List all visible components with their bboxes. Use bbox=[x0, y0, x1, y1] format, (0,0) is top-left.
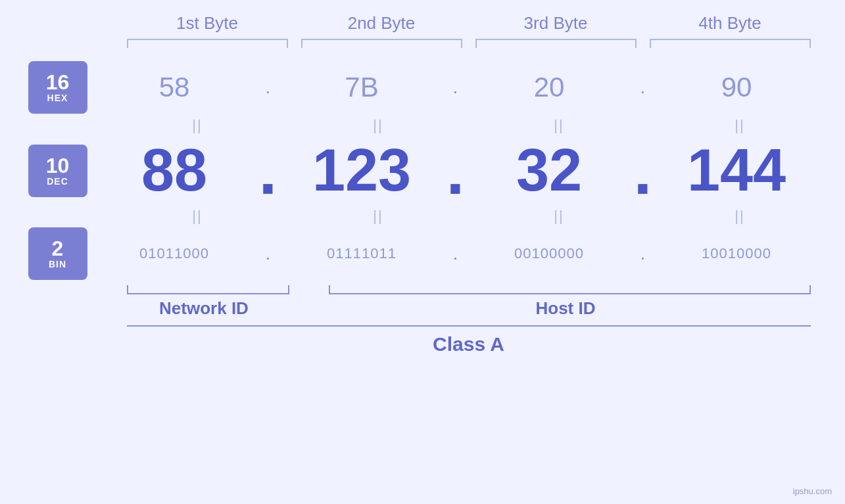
dec-dot2: . bbox=[443, 141, 469, 200]
equals-row-2: || || || || bbox=[28, 204, 817, 227]
top-bracket-row bbox=[28, 39, 817, 48]
bracket-byte3 bbox=[475, 39, 637, 48]
bin-values-row: 01011000 . 01111011 . 00100000 . 1001000… bbox=[94, 243, 817, 264]
hex-dot2: . bbox=[443, 77, 469, 98]
eq1-1: || bbox=[120, 117, 275, 134]
bottom-bracket-container bbox=[28, 285, 817, 294]
bin-dot1: . bbox=[255, 243, 281, 264]
hex-byte4: 90 bbox=[656, 72, 817, 103]
hex-val1: 58 bbox=[159, 72, 190, 103]
eq2-4: || bbox=[663, 208, 817, 225]
dec-row: 10 DEC 88 . 123 . 32 . 144 bbox=[28, 137, 817, 204]
bin-val1: 01011000 bbox=[139, 245, 209, 262]
hex-badge-number: 16 bbox=[46, 72, 70, 93]
bin-val3: 00100000 bbox=[514, 245, 584, 262]
bin-byte1: 01011000 bbox=[94, 245, 255, 262]
bin-dot3: . bbox=[630, 243, 656, 264]
eq2-3: || bbox=[482, 208, 637, 225]
network-host-labels: Network ID Host ID bbox=[28, 298, 817, 319]
hex-dot1: . bbox=[255, 77, 281, 98]
byte1-header: 1st Byte bbox=[120, 13, 295, 39]
bracket-byte2 bbox=[301, 39, 462, 48]
dec-badge-number: 10 bbox=[46, 155, 70, 176]
hex-val3: 20 bbox=[534, 72, 565, 103]
dec-badge: 10 DEC bbox=[28, 145, 87, 197]
bin-dot2: . bbox=[443, 243, 469, 264]
dec-byte4: 144 bbox=[656, 137, 817, 204]
hex-row: 16 HEX 58 . 7B . 20 . 90 bbox=[28, 61, 817, 114]
eq2-1: || bbox=[120, 208, 275, 225]
eq1-2: || bbox=[301, 117, 456, 134]
bin-badge-number: 2 bbox=[52, 238, 64, 259]
hex-dot3: . bbox=[630, 77, 656, 98]
bin-badge-label: BIN bbox=[49, 259, 66, 269]
main-container: 1st Byte 2nd Byte 3rd Byte 4th Byte 16 H… bbox=[28, 13, 817, 355]
hex-byte1: 58 bbox=[94, 72, 255, 103]
dec-byte2: 123 bbox=[281, 137, 443, 204]
class-container: Class A bbox=[28, 325, 817, 355]
network-id-label: Network ID bbox=[120, 298, 288, 319]
byte-headers: 1st Byte 2nd Byte 3rd Byte 4th Byte bbox=[28, 13, 817, 39]
hex-badge-label: HEX bbox=[47, 93, 68, 103]
host-bracket bbox=[329, 285, 811, 294]
bin-badge: 2 BIN bbox=[28, 227, 87, 280]
bin-val4: 10010000 bbox=[702, 245, 771, 262]
eq1-3: || bbox=[482, 117, 637, 134]
dec-dot3: . bbox=[630, 141, 656, 200]
hex-val2: 7B bbox=[345, 72, 378, 103]
dec-val4: 144 bbox=[687, 137, 786, 203]
watermark: ipshu.com bbox=[793, 486, 832, 496]
bin-val2: 01111011 bbox=[327, 245, 397, 262]
byte3-header: 3rd Byte bbox=[469, 13, 643, 39]
dec-val3: 32 bbox=[516, 137, 582, 203]
hex-val4: 90 bbox=[721, 72, 752, 103]
bin-byte2: 01111011 bbox=[281, 245, 443, 262]
dec-val2: 123 bbox=[312, 137, 411, 203]
network-bracket bbox=[127, 285, 289, 294]
bin-row: 2 BIN 01011000 . 01111011 . 00100000 . 1… bbox=[28, 227, 817, 280]
byte4-header: 4th Byte bbox=[643, 13, 817, 39]
bin-byte3: 00100000 bbox=[469, 245, 630, 262]
hex-byte3: 20 bbox=[469, 72, 630, 103]
dec-dot1: . bbox=[255, 141, 281, 200]
equals-row-1: || || || || bbox=[28, 114, 817, 137]
byte2-header: 2nd Byte bbox=[295, 13, 469, 39]
bracket-byte4 bbox=[650, 39, 811, 48]
dec-byte1: 88 bbox=[94, 137, 255, 204]
host-id-label: Host ID bbox=[314, 298, 817, 319]
class-a-label: Class A bbox=[120, 327, 817, 355]
hex-byte2: 7B bbox=[281, 72, 443, 103]
hex-values-row: 58 . 7B . 20 . 90 bbox=[94, 72, 817, 103]
dec-badge-label: DEC bbox=[47, 176, 68, 187]
eq2-2: || bbox=[301, 208, 456, 225]
eq1-4: || bbox=[663, 117, 817, 134]
dec-values-row: 88 . 123 . 32 . 144 bbox=[94, 137, 817, 204]
hex-badge: 16 HEX bbox=[28, 61, 87, 114]
dec-byte3: 32 bbox=[469, 137, 630, 204]
bin-byte4: 10010000 bbox=[656, 245, 817, 262]
bracket-byte1 bbox=[127, 39, 288, 48]
label-spacer bbox=[288, 298, 314, 319]
dec-val1: 88 bbox=[141, 137, 207, 203]
